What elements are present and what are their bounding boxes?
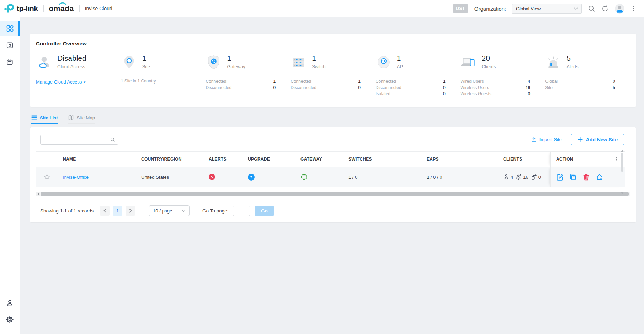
switch-device-icon: [291, 54, 307, 70]
sidebar-item-dashboard[interactable]: [0, 21, 20, 36]
organization-label: Organization:: [474, 6, 506, 12]
site-country: United States: [141, 174, 169, 180]
controller-overview-title: Controller Overview: [36, 41, 630, 47]
stat-value: 1: [273, 79, 276, 85]
stat-value: 0: [273, 85, 276, 91]
stat-label: Connected: [376, 79, 396, 85]
page-size-select[interactable]: 10 / page: [149, 205, 190, 216]
table-row: Invise-Office United States 5 1 / 0 1 / …: [36, 167, 625, 187]
stat-value: 5: [613, 85, 615, 91]
refresh-icon[interactable]: [601, 5, 609, 12]
scroll-left-button[interactable]: [36, 192, 40, 196]
name-column-header[interactable]: NAME: [58, 152, 136, 167]
add-new-site-button[interactable]: Add New Site: [571, 134, 624, 145]
sidebar-item-devices[interactable]: [0, 37, 20, 53]
gateway-column-header[interactable]: GATEWAY: [295, 152, 343, 167]
site-name-link[interactable]: Invise-Office: [63, 174, 89, 180]
upgrade-column-header[interactable]: UPGRADE: [243, 152, 295, 167]
plus-icon: [578, 137, 583, 142]
stat-value: 0: [528, 91, 531, 97]
switch-count: 1: [312, 54, 325, 62]
stat-value: 0: [443, 85, 446, 91]
search-icon[interactable]: [588, 5, 595, 12]
overview-cards: Disabled Cloud Access Manage Cloud Acces…: [36, 54, 630, 97]
country-column-header[interactable]: COUNTRY/REGION: [136, 152, 203, 167]
scrollbar-track[interactable]: [40, 192, 630, 196]
clients-column-header[interactable]: CLIENTS: [500, 152, 550, 167]
devices-icon: [6, 41, 14, 49]
tab-site-list[interactable]: Site List: [31, 115, 58, 124]
scrollbar-thumb[interactable]: [41, 192, 629, 196]
gateway-count: 1: [227, 54, 245, 62]
page-number-button[interactable]: 1: [113, 206, 122, 216]
favorite-star-icon[interactable]: [43, 173, 50, 181]
alerts-count-badge: 5: [209, 174, 215, 180]
next-page-button[interactable]: [126, 206, 135, 216]
guest-clients-group: 0: [531, 174, 541, 181]
stat-label: Connected: [291, 79, 311, 85]
sidebar-item-logs[interactable]: [0, 54, 20, 70]
stat-label: Isolated: [376, 91, 390, 97]
card-divider: [291, 75, 361, 75]
tab-site-map[interactable]: Site Map: [68, 115, 95, 124]
toolbar-actions: Import Site Add New Site: [531, 134, 624, 145]
manage-cloud-access-link[interactable]: Manage Cloud Access >: [36, 79, 86, 85]
wireless-client-icon: [516, 174, 522, 181]
action-column-header: ACTION: [550, 152, 625, 167]
clients-count: 20: [482, 54, 496, 62]
gateway-online-globe-icon: [300, 173, 308, 181]
goto-page-input[interactable]: [233, 206, 250, 216]
upgrade-available-icon[interactable]: [248, 174, 255, 181]
import-site-button[interactable]: Import Site: [531, 136, 562, 142]
edit-site-icon[interactable]: [556, 173, 564, 181]
vertical-scrollbar-thumb[interactable]: [621, 153, 623, 172]
stat-label: Site: [545, 85, 553, 91]
card-divider: [376, 75, 446, 75]
go-button[interactable]: Go: [255, 206, 274, 216]
tab-site-map-label: Site Map: [77, 115, 95, 120]
ap-device-icon: [376, 54, 392, 70]
user-avatar[interactable]: [615, 4, 624, 14]
site-search-input[interactable]: [40, 135, 118, 145]
controller-overview-panel: Controller Overview Disabled Cloud Acces…: [30, 34, 636, 107]
stat-label: Disconnected: [376, 85, 401, 91]
site-list-panel: Import Site Add New Site NAME COUNTRY/RE…: [30, 127, 636, 222]
main-content: Controller Overview Disabled Cloud Acces…: [20, 17, 644, 334]
top-bar: tp-link omada Invise Cloud DST Organizat…: [0, 0, 644, 17]
ap-label: AP: [397, 64, 403, 69]
tab-site-list-label: Site List: [40, 115, 58, 120]
brand-area: tp-link omada Invise Cloud: [4, 3, 112, 14]
row-actions: [556, 173, 603, 181]
more-menu-icon[interactable]: [630, 5, 637, 12]
alerts-count: 5: [566, 54, 578, 62]
delete-site-icon[interactable]: [582, 173, 590, 181]
site-view-tabs: Site List Site Map: [31, 115, 636, 124]
scroll-up-button[interactable]: [621, 150, 624, 152]
add-new-site-label: Add New Site: [586, 137, 618, 142]
launch-site-home-icon[interactable]: [596, 173, 603, 181]
sidebar-item-account[interactable]: [0, 295, 20, 311]
scroll-down-button[interactable]: [621, 192, 624, 194]
site-pin-icon: [121, 54, 137, 70]
card-divider: [461, 75, 531, 75]
gateway-label: Gateway: [227, 64, 245, 69]
column-settings-icon[interactable]: [614, 157, 619, 162]
dst-badge: DST: [453, 4, 468, 13]
stat-value: 1: [358, 79, 361, 85]
previous-page-button[interactable]: [100, 206, 110, 216]
organization-select[interactable]: Global View: [512, 4, 582, 14]
stat-value: 0: [443, 91, 446, 97]
sidebar-item-settings[interactable]: [0, 312, 20, 327]
gateway-card: 1 Gateway Connected1 Disconnected0: [206, 54, 291, 97]
page-size-value: 10 / page: [153, 208, 172, 214]
sidebar: [0, 17, 20, 334]
card-divider: [36, 75, 106, 75]
eaps-column-header[interactable]: EAPS: [421, 152, 500, 167]
copy-site-icon[interactable]: [569, 173, 577, 181]
alerts-card: 5 Alerts Global0 Site5: [545, 54, 630, 97]
alerts-column-header[interactable]: ALERTS: [203, 152, 243, 167]
clients-card: 20 Clients Wired Users4 Wireless Users16…: [461, 54, 545, 97]
switches-column-header[interactable]: SWITCHES: [343, 152, 421, 167]
goto-page-label: Go To page:: [202, 208, 228, 214]
switch-card: 1 Switch Connected1 Disconnected0: [291, 54, 376, 97]
